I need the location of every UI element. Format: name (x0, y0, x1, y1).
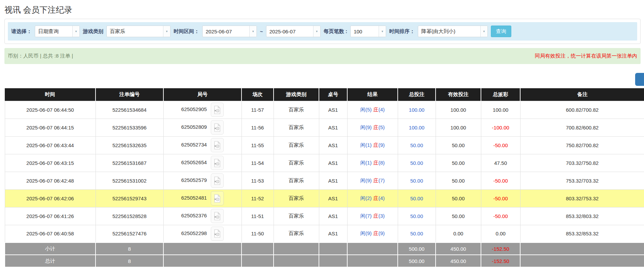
sort-order-label: 时间排序： (389, 28, 415, 35)
chevron-down-icon[interactable]: ▼ (379, 26, 386, 37)
cell-note: 803.32/753.32 (520, 189, 644, 207)
total-bet-link[interactable]: 50.00 (410, 213, 423, 219)
result-banker: 庄 (374, 124, 379, 130)
cell-game-type: 百家乐 (274, 225, 319, 243)
total-bet-link[interactable]: 100.00 (409, 107, 425, 113)
cell-time: 2025-06-07 06:40:58 (5, 225, 96, 243)
table-header-row: 时间 注单编号 局号 场次 游戏类别 桌号 结果 总投注 有效投注 总派彩 备注 (5, 88, 644, 101)
summary-bar: 币别：人民币 | 总共 :8 注单 | 同局有效投注，统一计算在该局第一张注单内 (4, 48, 641, 64)
cell-total-bet: 50.00 (398, 225, 436, 243)
cell-round-id: 625052905 (163, 101, 241, 119)
cell-round-id: 625052298 (163, 225, 241, 243)
video-replay-button[interactable] (211, 120, 224, 135)
total-bet-link[interactable]: 50.00 (410, 178, 423, 184)
total-row: 总计 8 500.00 450.00 -152.50 (5, 255, 644, 267)
total-bet-link[interactable]: 100.00 (409, 125, 425, 130)
cell-valid-bet: 0.00 (436, 225, 481, 243)
video-replay-button[interactable] (211, 227, 224, 241)
cell-time: 2025-06-07 06:43:15 (5, 154, 96, 172)
cell-bet-id: 522561533596 (96, 119, 163, 136)
video-replay-button[interactable] (211, 209, 224, 223)
cell-session: 11-52 (241, 189, 274, 207)
chevron-down-icon[interactable]: ▼ (480, 26, 487, 37)
game-type-select[interactable]: 百家乐 ▼ (106, 26, 171, 37)
cell-valid-bet: 50.00 (436, 154, 481, 172)
chevron-down-icon[interactable]: ▼ (72, 26, 79, 37)
cell-game-type: 百家乐 (274, 189, 319, 207)
cell-total-bet: 50.00 (398, 154, 436, 172)
cell-note: 853.32/853.32 (520, 225, 644, 243)
subtotal-valid-bet: 450.00 (436, 243, 481, 255)
cell-payout: 47.50 (481, 154, 520, 172)
date-to-select[interactable]: 2025-06-07 ▼ (266, 26, 321, 37)
cell-session: 11-55 (241, 136, 274, 154)
result-banker-score: (8) (379, 160, 385, 166)
result-player: 闲(9) (360, 177, 371, 183)
total-payout: -152.50 (481, 255, 520, 267)
cell-result: 闲(2)庄(4) (347, 189, 398, 207)
result-player: 闲(7) (360, 213, 371, 219)
query-type-select[interactable]: 日期查询 ▼ (35, 26, 80, 37)
result-player: 闲(9) (360, 124, 371, 130)
cell-bet-id: 522561527476 (96, 225, 163, 243)
page-size-select[interactable]: 100 ▼ (350, 26, 386, 37)
search-button[interactable]: 查询 (491, 26, 511, 37)
cell-bet-id: 522561532635 (96, 136, 163, 154)
cell-round-id: 625052734 (163, 136, 241, 154)
edge-partial-button[interactable] (635, 73, 644, 86)
video-replay-button[interactable] (211, 173, 224, 188)
chevron-down-icon[interactable]: ▼ (249, 26, 257, 37)
video-replay-button[interactable] (211, 138, 224, 152)
cell-game-type: 百家乐 (274, 154, 319, 172)
cell-bet-id: 522561529743 (96, 189, 163, 207)
result-banker: 庄 (374, 177, 379, 183)
col-header-total-bet: 总投注 (398, 88, 436, 101)
video-file-icon (214, 159, 221, 167)
result-banker: 庄 (374, 142, 379, 148)
cell-result: 闲(5)庄(4) (347, 101, 398, 119)
total-bet-link[interactable]: 50.00 (410, 231, 423, 236)
video-replay-button[interactable] (211, 156, 224, 170)
cell-round-id: 625052376 (163, 207, 241, 225)
date-tilde: ~ (260, 29, 263, 34)
video-replay-button[interactable] (211, 191, 224, 205)
cell-total-bet: 50.00 (398, 207, 436, 225)
cell-game-type: 百家乐 (274, 172, 319, 189)
page-size-label: 每页笔数 : (324, 28, 347, 35)
sort-order-select[interactable]: 降幂(由大到小) ▼ (418, 26, 488, 37)
date-from-select[interactable]: 2025-06-07 ▼ (202, 26, 257, 37)
cell-table-no: AS1 (319, 136, 347, 154)
table-row: 2025-06-07 06:44:15 522561533596 6250528… (5, 119, 644, 136)
cell-total-bet: 50.00 (398, 172, 436, 189)
total-bet-link[interactable]: 50.00 (410, 196, 423, 201)
chevron-down-icon[interactable]: ▼ (163, 26, 170, 37)
cell-payout: -50.00 (481, 172, 520, 189)
total-bet-link[interactable]: 50.00 (410, 160, 423, 166)
chevron-down-icon[interactable]: ▼ (313, 26, 320, 37)
video-replay-button[interactable] (211, 103, 224, 117)
col-header-bet-id: 注单编号 (96, 88, 163, 101)
cell-valid-bet: 100.00 (436, 119, 481, 136)
date-to-value: 2025-06-07 (266, 26, 313, 37)
cell-bet-id: 522561534684 (96, 101, 163, 119)
page-title: 视讯 会员下注纪录 (4, 5, 644, 15)
total-bet-link[interactable]: 50.00 (410, 142, 423, 148)
cell-table-no: AS1 (319, 189, 347, 207)
subtotal-payout: -152.50 (481, 243, 520, 255)
cell-session: 11-56 (241, 119, 274, 136)
cell-round-id: 625052481 (163, 189, 241, 207)
cell-result: 闲(1)庄(9) (347, 136, 398, 154)
select-type-label: 请选择： (11, 28, 32, 35)
cell-bet-id: 522561531002 (96, 172, 163, 189)
cell-note: 853.32/803.32 (520, 207, 644, 225)
cell-game-type: 百家乐 (274, 207, 319, 225)
round-id-text: 625052654 (181, 159, 207, 165)
cell-round-id: 625052809 (163, 119, 241, 136)
result-banker-score: (5) (379, 124, 385, 130)
table-row: 2025-06-07 06:40:58 522561527476 6250522… (5, 225, 644, 243)
cell-session: 11-50 (241, 225, 274, 243)
col-header-time: 时间 (5, 88, 96, 101)
game-type-label: 游戏类别 (83, 28, 103, 35)
cell-round-id: 625052579 (163, 172, 241, 189)
subtotal-total-bet: 500.00 (398, 243, 436, 255)
